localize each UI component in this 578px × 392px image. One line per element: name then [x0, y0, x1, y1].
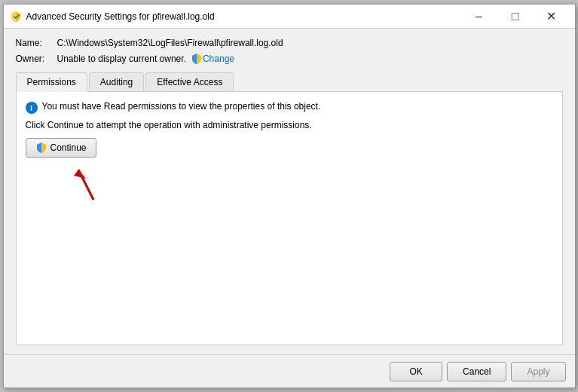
main-window: Advanced Security Settings for pfirewall… [3, 4, 576, 388]
close-button[interactable]: ✕ [534, 5, 569, 29]
continue-button[interactable]: Continue [26, 138, 96, 158]
minimize-button[interactable]: – [462, 5, 497, 29]
continue-label: Continue [50, 142, 87, 153]
tab-content-area: i You must have Read permissions to view… [16, 92, 563, 345]
info-icon: i [26, 102, 38, 114]
tab-permissions[interactable]: Permissions [16, 72, 87, 92]
click-message: Click Continue to attempt the operation … [26, 120, 553, 130]
window-icon [10, 11, 22, 23]
window-controls: – □ ✕ [462, 5, 569, 29]
owner-text: Unable to display current owner. [57, 54, 186, 64]
name-label: Name: [16, 38, 57, 48]
red-arrow-icon [71, 162, 109, 207]
content-area: Name: C:\Windows\System32\LogFiles\Firew… [4, 29, 575, 354]
continue-shield-icon [35, 142, 47, 154]
apply-button[interactable]: Apply [511, 362, 565, 381]
cursor-arrow-container [71, 162, 116, 207]
uac-shield-icon [191, 53, 203, 65]
name-row: Name: C:\Windows\System32\LogFiles\Firew… [16, 38, 563, 48]
maximize-button[interactable]: □ [498, 5, 533, 29]
tabs-container: Permissions Auditing Effective Access [16, 72, 563, 92]
ok-button[interactable]: OK [390, 362, 442, 381]
cancel-button[interactable]: Cancel [447, 362, 506, 381]
name-value: C:\Windows\System32\LogFiles\Firewall\pf… [57, 38, 283, 48]
bottom-bar: OK Cancel Apply [4, 354, 575, 387]
info-box: i You must have Read permissions to view… [26, 101, 553, 114]
tab-effective-access[interactable]: Effective Access [145, 72, 234, 91]
change-link[interactable]: Change [203, 54, 234, 64]
tab-auditing[interactable]: Auditing [89, 72, 144, 91]
window-title: Advanced Security Settings for pfirewall… [26, 11, 462, 22]
owner-label: Owner: [16, 54, 57, 64]
titlebar: Advanced Security Settings for pfirewall… [4, 5, 575, 29]
owner-row: Owner: Unable to display current owner. … [16, 53, 563, 65]
info-message: You must have Read permissions to view t… [42, 101, 321, 112]
